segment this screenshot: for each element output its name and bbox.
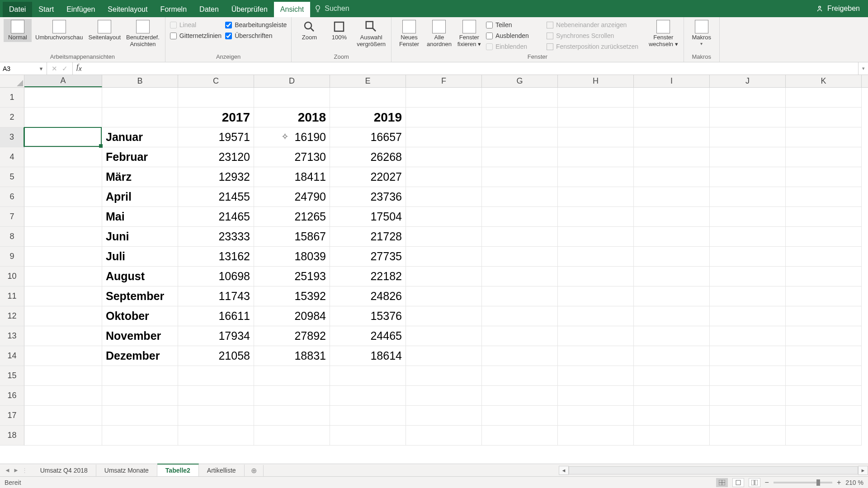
cell-D15[interactable] (254, 366, 330, 386)
cell-H7[interactable] (558, 207, 634, 227)
cell-E15[interactable] (330, 366, 406, 386)
cell-C10[interactable]: 10698 (178, 267, 254, 286)
cell-I1[interactable] (634, 88, 710, 108)
cell-A1[interactable] (24, 88, 102, 108)
column-header-H[interactable]: H (558, 75, 634, 87)
cell-I2[interactable] (634, 108, 710, 127)
cell-G1[interactable] (482, 88, 558, 108)
sheet-tab-umsatz-monate[interactable]: Umsatz Monate (96, 465, 157, 476)
cell-F2[interactable] (406, 108, 482, 127)
cell-F5[interactable] (406, 167, 482, 187)
cell-C3[interactable]: 19571 (178, 127, 254, 147)
column-header-C[interactable]: C (178, 75, 254, 87)
column-header-G[interactable]: G (482, 75, 558, 87)
cell-I12[interactable] (634, 306, 710, 326)
cell-G3[interactable] (482, 127, 558, 147)
cell-D4[interactable]: 27130 (254, 147, 330, 167)
zoom-button[interactable]: Zoom (295, 19, 323, 42)
cell-A11[interactable] (24, 286, 102, 306)
row-header-15[interactable]: 15 (0, 366, 24, 386)
tab-datei[interactable]: Datei (3, 2, 32, 17)
cell-B6[interactable]: April (102, 187, 178, 207)
cell-B17[interactable] (102, 406, 178, 426)
cell-D9[interactable]: 18039 (254, 247, 330, 267)
checkbox[interactable] (170, 33, 177, 39)
cell-A13[interactable] (24, 326, 102, 346)
zoom-slider[interactable] (774, 482, 832, 483)
sheet-nav-next-icon[interactable]: ► (13, 467, 19, 474)
freeze-panes-button[interactable]: Fensterfixieren ▾ (455, 19, 483, 49)
cell-G7[interactable] (482, 207, 558, 227)
zoom-selection-button[interactable]: Auswahl vergrößern (355, 19, 387, 49)
cell-E14[interactable]: 18614 (330, 346, 406, 366)
cell-I11[interactable] (634, 286, 710, 306)
cell-E12[interactable]: 15376 (330, 306, 406, 326)
cell-F14[interactable] (406, 346, 482, 366)
cell-G11[interactable] (482, 286, 558, 306)
cell-C5[interactable]: 12932 (178, 167, 254, 187)
cell-F6[interactable] (406, 187, 482, 207)
column-header-A[interactable]: A (24, 75, 102, 87)
cell-D7[interactable]: 21265 (254, 207, 330, 227)
cell-D17[interactable] (254, 406, 330, 426)
cell-F12[interactable] (406, 306, 482, 326)
chk-gridlines[interactable]: Gitternetzlinien (169, 31, 222, 41)
view-pagebreak-button[interactable]: Umbruchvorschau (33, 19, 85, 42)
cell-K1[interactable] (786, 88, 862, 108)
horizontal-scrollbar[interactable]: ◄ ► (559, 464, 868, 476)
cell-J1[interactable] (710, 88, 786, 108)
row-header-16[interactable]: 16 (0, 386, 24, 406)
cell-C4[interactable]: 23120 (178, 147, 254, 167)
row-header-5[interactable]: 5 (0, 167, 24, 187)
cell-H6[interactable] (558, 187, 634, 207)
column-header-K[interactable]: K (786, 75, 862, 87)
cell-F18[interactable] (406, 426, 482, 446)
row-header-17[interactable]: 17 (0, 406, 24, 426)
cell-B10[interactable]: August (102, 267, 178, 286)
cell-G5[interactable] (482, 167, 558, 187)
tab-start[interactable]: Start (32, 2, 60, 17)
cell-C1[interactable] (178, 88, 254, 108)
cell-C15[interactable] (178, 366, 254, 386)
cell-C17[interactable] (178, 406, 254, 426)
cell-G6[interactable] (482, 187, 558, 207)
formula-bar-expand-icon[interactable]: ▾ (858, 62, 868, 75)
cell-J12[interactable] (710, 306, 786, 326)
cell-G14[interactable] (482, 346, 558, 366)
chk-formula-bar[interactable]: Bearbeitungsleiste (224, 20, 288, 30)
cell-I15[interactable] (634, 366, 710, 386)
cell-K18[interactable] (786, 426, 862, 446)
tab-einfuegen[interactable]: Einfügen (60, 2, 101, 17)
cell-B11[interactable]: September (102, 286, 178, 306)
cell-J2[interactable] (710, 108, 786, 127)
cell-D18[interactable] (254, 426, 330, 446)
cell-A17[interactable] (24, 406, 102, 426)
cell-J10[interactable] (710, 267, 786, 286)
cell-H5[interactable] (558, 167, 634, 187)
cell-J17[interactable] (710, 406, 786, 426)
row-header-2[interactable]: 2 (0, 108, 24, 127)
cell-K14[interactable] (786, 346, 862, 366)
cell-B8[interactable]: Juni (102, 227, 178, 247)
cell-J9[interactable] (710, 247, 786, 267)
cell-I4[interactable] (634, 147, 710, 167)
scroll-track[interactable] (569, 466, 858, 474)
tab-ansicht[interactable]: Ansicht (274, 2, 310, 17)
cell-G10[interactable] (482, 267, 558, 286)
cell-E18[interactable] (330, 426, 406, 446)
cell-K17[interactable] (786, 406, 862, 426)
cell-C16[interactable] (178, 386, 254, 406)
switch-windows-button[interactable]: Fensterwechseln ▾ (647, 19, 680, 49)
cell-F8[interactable] (406, 227, 482, 247)
column-header-I[interactable]: I (634, 75, 710, 87)
scroll-left-icon[interactable]: ◄ (559, 466, 569, 475)
row-header-14[interactable]: 14 (0, 346, 24, 366)
cell-F3[interactable] (406, 127, 482, 147)
new-window-button[interactable]: NeuesFenster (395, 19, 423, 49)
cell-D14[interactable]: 18831 (254, 346, 330, 366)
cell-I7[interactable] (634, 207, 710, 227)
cell-H2[interactable] (558, 108, 634, 127)
row-header-7[interactable]: 7 (0, 207, 24, 227)
select-all-button[interactable] (0, 75, 24, 87)
row-header-11[interactable]: 11 (0, 286, 24, 306)
